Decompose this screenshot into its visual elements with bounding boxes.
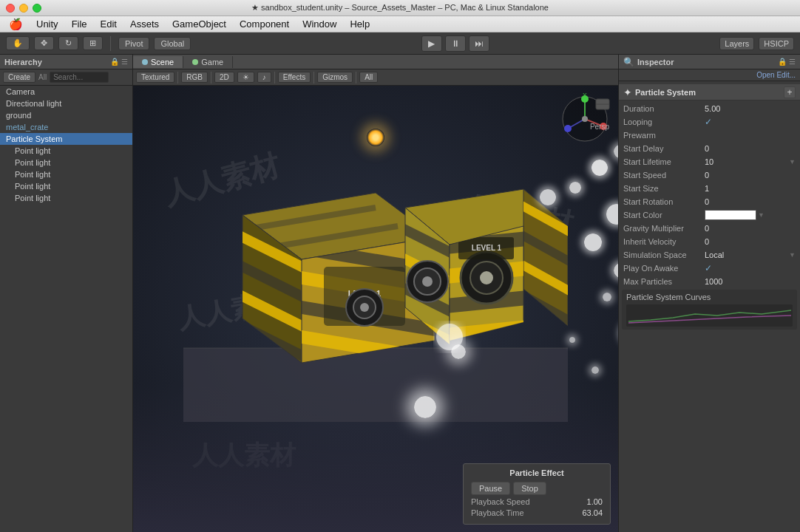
maximize-button[interactable] <box>33 4 41 13</box>
inspector-open-edit: Open Edit... <box>619 69 800 81</box>
inspector-lock-button[interactable]: 🔒 <box>778 58 787 66</box>
prop-gravity: Gravity Multiplier 0 <box>619 222 800 235</box>
prop-inherit-velocity-value[interactable]: 0 <box>705 237 796 246</box>
toolbar-right: Layers HSICP <box>719 37 794 50</box>
component-title: Particle System <box>635 88 696 97</box>
color-button[interactable]: RGB <box>181 72 208 83</box>
prop-start-lifetime-value[interactable]: 10 <box>705 157 787 166</box>
prop-start-size-value[interactable]: 1 <box>705 184 796 193</box>
prop-start-lifetime-arrow: ▼ <box>789 158 796 166</box>
prop-start-rotation-value[interactable]: 0 <box>705 197 796 206</box>
prop-duration-value[interactable]: 5.00 <box>705 104 796 113</box>
playback-speed-row: Playback Speed 1.00 <box>471 497 603 506</box>
effects-button[interactable]: Effects <box>278 72 311 83</box>
prop-start-speed-value[interactable]: 0 <box>705 171 796 180</box>
hier-item-camera[interactable]: Camera <box>0 86 132 98</box>
unity-menu[interactable]: Unity <box>30 17 64 31</box>
scene-gizmo: Y <box>559 93 611 145</box>
hierarchy-title: Hierarchy <box>4 58 42 66</box>
view-2d-button[interactable]: 2D <box>214 72 234 83</box>
svg-point-60 <box>582 116 588 122</box>
step-button[interactable]: ⏭ <box>469 35 489 52</box>
game-tab-label: Game <box>201 58 223 66</box>
tb-sep-1 <box>177 72 178 83</box>
toolbar-separator <box>110 36 111 51</box>
prop-gravity-value[interactable]: 0 <box>705 224 796 233</box>
layers-dropdown[interactable]: Layers <box>719 37 754 50</box>
window-menu[interactable]: Window <box>296 17 342 31</box>
hierarchy-controls: 🔒 ☰ <box>110 58 128 66</box>
move-tool-button[interactable]: ✥ <box>34 36 54 50</box>
prop-simulation-space-value[interactable]: Local <box>705 250 789 259</box>
assets-menu[interactable]: Assets <box>124 17 165 31</box>
minimize-button[interactable] <box>19 4 28 13</box>
pause-button[interactable]: ⏸ <box>445 35 466 52</box>
pivot-button[interactable]: Pivot <box>118 37 149 50</box>
rotate-tool-button[interactable]: ↻ <box>58 36 78 50</box>
prop-max-particles-value[interactable]: 1000 <box>705 277 796 286</box>
unity-toolbar: ✋ ✥ ↻ ⊞ Pivot Global ▶ ⏸ ⏭ Layers HSICP <box>0 33 800 55</box>
gameobject-menu[interactable]: GameObject <box>166 17 232 31</box>
hier-item-ground[interactable]: ground <box>0 109 132 121</box>
all-button[interactable]: All <box>359 72 378 83</box>
inspector-title: Inspector <box>637 58 674 66</box>
audio-button[interactable]: ♪ <box>257 72 271 83</box>
file-menu[interactable]: File <box>66 17 93 31</box>
prop-start-speed-label: Start Speed <box>623 171 705 180</box>
shading-button[interactable]: Textured <box>136 72 174 83</box>
hier-item-point-light-1[interactable]: Point light <box>0 145 132 157</box>
help-menu[interactable]: Help <box>344 17 376 31</box>
scale-tool-button[interactable]: ⊞ <box>83 36 103 50</box>
particle-curves-label: Particle System Curves <box>626 293 711 301</box>
prop-start-color-swatch[interactable] <box>705 210 756 220</box>
prop-play-on-awake-value[interactable]: ✓ <box>705 263 796 273</box>
layout-dropdown[interactable]: HSICP <box>759 37 794 50</box>
prop-looping: Looping ✓ <box>619 115 800 129</box>
component-menu[interactable]: Component <box>234 17 295 31</box>
hier-item-point-light-4[interactable]: Point light <box>0 180 132 192</box>
hier-item-point-light-3[interactable]: Point light <box>0 168 132 180</box>
component-add-button[interactable]: + <box>784 86 796 98</box>
edit-menu[interactable]: Edit <box>95 17 123 31</box>
prop-max-particles-label: Max Particles <box>623 277 705 286</box>
particle-11 <box>591 366 599 374</box>
hierarchy-search-input[interactable] <box>50 72 109 83</box>
scene-tab[interactable]: Scene <box>133 56 183 68</box>
game-tab[interactable]: Game <box>183 56 233 68</box>
hierarchy-menu-button[interactable]: ☰ <box>121 58 128 66</box>
playback-controls: ▶ ⏸ ⏭ <box>421 35 489 52</box>
particle-curves-row[interactable]: Particle System Curves <box>622 290 797 330</box>
stop-particle-button[interactable]: Stop <box>513 482 546 495</box>
scene-viewport[interactable]: 人人素材 人人素材 人人素材 人人素材 <box>133 86 618 532</box>
svg-point-39 <box>422 276 433 287</box>
game-dot <box>192 59 198 65</box>
hier-item-metal-crate[interactable]: metal_crate <box>0 121 132 133</box>
play-button[interactable]: ▶ <box>421 35 442 52</box>
gizmos-button[interactable]: Gizmos <box>317 72 353 83</box>
prop-start-delay-value[interactable]: 0 <box>705 144 796 153</box>
apple-menu[interactable]: 🍎 <box>3 16 29 33</box>
pause-particle-button[interactable]: Pause <box>471 482 510 495</box>
prop-looping-value[interactable]: ✓ <box>705 117 796 127</box>
inspector-menu-button[interactable]: ☰ <box>789 58 796 66</box>
menu-bar: 🍎 Unity File Edit Assets GameObject Comp… <box>0 16 800 33</box>
prop-prewarm-label: Prewarm <box>623 131 705 140</box>
inspector-controls: 🔒 ☰ <box>778 58 796 66</box>
particle-9 <box>603 293 611 301</box>
hand-tool-button[interactable]: ✋ <box>6 36 30 50</box>
global-button[interactable]: Global <box>154 37 191 50</box>
hierarchy-create-button[interactable]: Create <box>3 72 35 83</box>
hierarchy-lock-button[interactable]: 🔒 <box>110 58 119 66</box>
hier-item-particle-system[interactable]: Particle System <box>0 133 132 145</box>
playback-speed-value: 1.00 <box>587 497 603 506</box>
close-button[interactable] <box>6 4 15 13</box>
hier-item-point-light-2[interactable]: Point light <box>0 157 132 168</box>
open-edit-link[interactable]: Open Edit... <box>756 71 796 79</box>
prop-start-lifetime-label: Start Lifetime <box>623 157 705 166</box>
hier-item-directional-light[interactable]: Directional light <box>0 98 132 109</box>
scene-lighting-button[interactable]: ☀ <box>237 72 254 83</box>
hier-item-point-light-5[interactable]: Point light <box>0 192 132 204</box>
scene-area: Scene Game Textured RGB 2D ☀ ♪ Effects G… <box>133 55 618 532</box>
scene-dot <box>142 59 148 65</box>
particle-2 <box>569 182 581 194</box>
